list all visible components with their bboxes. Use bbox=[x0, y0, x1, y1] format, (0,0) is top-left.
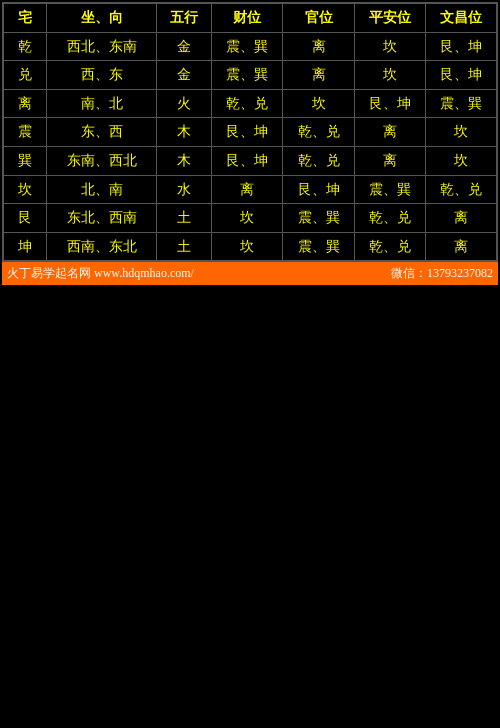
cell-ping: 乾、兑 bbox=[354, 232, 425, 261]
footer: 火丁易学起名网 www.hdqmhao.com/ 微信：13793237082 bbox=[2, 262, 498, 285]
cell-wenchang: 坎 bbox=[426, 146, 497, 175]
table-body: 乾西北、东南金震、巽离坎艮、坤兑西、东金震、巽离坎艮、坤离南、北火乾、兑坎艮、坤… bbox=[3, 32, 497, 261]
cell-zuo: 西北、东南 bbox=[47, 32, 157, 61]
cell-zhai: 乾 bbox=[3, 32, 47, 61]
cell-ping: 坎 bbox=[354, 32, 425, 61]
header-guanwei: 官位 bbox=[283, 3, 354, 32]
cell-wuxing: 木 bbox=[157, 118, 212, 147]
cell-guanwei: 乾、兑 bbox=[283, 146, 354, 175]
cell-guanwei: 艮、坤 bbox=[283, 175, 354, 204]
cell-caiwei: 坎 bbox=[212, 204, 283, 233]
cell-wenchang: 艮、坤 bbox=[426, 32, 497, 61]
cell-zuo: 北、南 bbox=[47, 175, 157, 204]
cell-wenchang: 震、巽 bbox=[426, 89, 497, 118]
cell-wenchang: 坎 bbox=[426, 118, 497, 147]
table-row: 乾西北、东南金震、巽离坎艮、坤 bbox=[3, 32, 497, 61]
cell-ping: 离 bbox=[354, 118, 425, 147]
cell-ping: 乾、兑 bbox=[354, 204, 425, 233]
cell-wuxing: 火 bbox=[157, 89, 212, 118]
cell-guanwei: 震、巽 bbox=[283, 204, 354, 233]
header-caiwei: 财位 bbox=[212, 3, 283, 32]
cell-ping: 坎 bbox=[354, 61, 425, 90]
cell-wenchang: 离 bbox=[426, 204, 497, 233]
cell-zhai: 坤 bbox=[3, 232, 47, 261]
cell-wenchang: 乾、兑 bbox=[426, 175, 497, 204]
cell-ping: 震、巽 bbox=[354, 175, 425, 204]
cell-wuxing: 土 bbox=[157, 204, 212, 233]
cell-caiwei: 乾、兑 bbox=[212, 89, 283, 118]
cell-zhai: 坎 bbox=[3, 175, 47, 204]
table-row: 巽东南、西北木艮、坤乾、兑离坎 bbox=[3, 146, 497, 175]
cell-guanwei: 震、巽 bbox=[283, 232, 354, 261]
cell-zuo: 西南、东北 bbox=[47, 232, 157, 261]
cell-zhai: 离 bbox=[3, 89, 47, 118]
cell-caiwei: 坎 bbox=[212, 232, 283, 261]
main-container: 宅 坐、向 五行 财位 官位 平安位 文昌位 乾西北、东南金震、巽离坎艮、坤兑西… bbox=[0, 0, 500, 287]
cell-wenchang: 艮、坤 bbox=[426, 61, 497, 90]
cell-caiwei: 艮、坤 bbox=[212, 118, 283, 147]
cell-wenchang: 离 bbox=[426, 232, 497, 261]
header-wenchang: 文昌位 bbox=[426, 3, 497, 32]
cell-ping: 艮、坤 bbox=[354, 89, 425, 118]
cell-zuo: 东北、西南 bbox=[47, 204, 157, 233]
cell-caiwei: 离 bbox=[212, 175, 283, 204]
table-row: 离南、北火乾、兑坎艮、坤震、巽 bbox=[3, 89, 497, 118]
table-row: 兑西、东金震、巽离坎艮、坤 bbox=[3, 61, 497, 90]
cell-zuo: 西、东 bbox=[47, 61, 157, 90]
cell-wuxing: 金 bbox=[157, 61, 212, 90]
cell-zhai: 巽 bbox=[3, 146, 47, 175]
header-zhai: 宅 bbox=[3, 3, 47, 32]
cell-caiwei: 艮、坤 bbox=[212, 146, 283, 175]
cell-zhai: 震 bbox=[3, 118, 47, 147]
cell-caiwei: 震、巽 bbox=[212, 32, 283, 61]
cell-ping: 离 bbox=[354, 146, 425, 175]
footer-left: 火丁易学起名网 www.hdqmhao.com/ bbox=[7, 265, 194, 282]
header-ping: 平安位 bbox=[354, 3, 425, 32]
cell-caiwei: 震、巽 bbox=[212, 61, 283, 90]
cell-zuo: 南、北 bbox=[47, 89, 157, 118]
cell-wuxing: 木 bbox=[157, 146, 212, 175]
header-zuo: 坐、向 bbox=[47, 3, 157, 32]
table-header-row: 宅 坐、向 五行 财位 官位 平安位 文昌位 bbox=[3, 3, 497, 32]
cell-zhai: 艮 bbox=[3, 204, 47, 233]
cell-guanwei: 离 bbox=[283, 61, 354, 90]
cell-wuxing: 金 bbox=[157, 32, 212, 61]
table-row: 坤西南、东北土坎震、巽乾、兑离 bbox=[3, 232, 497, 261]
table-row: 震东、西木艮、坤乾、兑离坎 bbox=[3, 118, 497, 147]
cell-zuo: 东南、西北 bbox=[47, 146, 157, 175]
header-wuxing: 五行 bbox=[157, 3, 212, 32]
cell-zuo: 东、西 bbox=[47, 118, 157, 147]
cell-guanwei: 离 bbox=[283, 32, 354, 61]
cell-guanwei: 乾、兑 bbox=[283, 118, 354, 147]
table-row: 艮东北、西南土坎震、巽乾、兑离 bbox=[3, 204, 497, 233]
fengshui-table: 宅 坐、向 五行 财位 官位 平安位 文昌位 乾西北、东南金震、巽离坎艮、坤兑西… bbox=[2, 2, 498, 262]
cell-guanwei: 坎 bbox=[283, 89, 354, 118]
cell-wuxing: 水 bbox=[157, 175, 212, 204]
table-row: 坎北、南水离艮、坤震、巽乾、兑 bbox=[3, 175, 497, 204]
cell-zhai: 兑 bbox=[3, 61, 47, 90]
footer-right: 微信：13793237082 bbox=[391, 265, 493, 282]
cell-wuxing: 土 bbox=[157, 232, 212, 261]
